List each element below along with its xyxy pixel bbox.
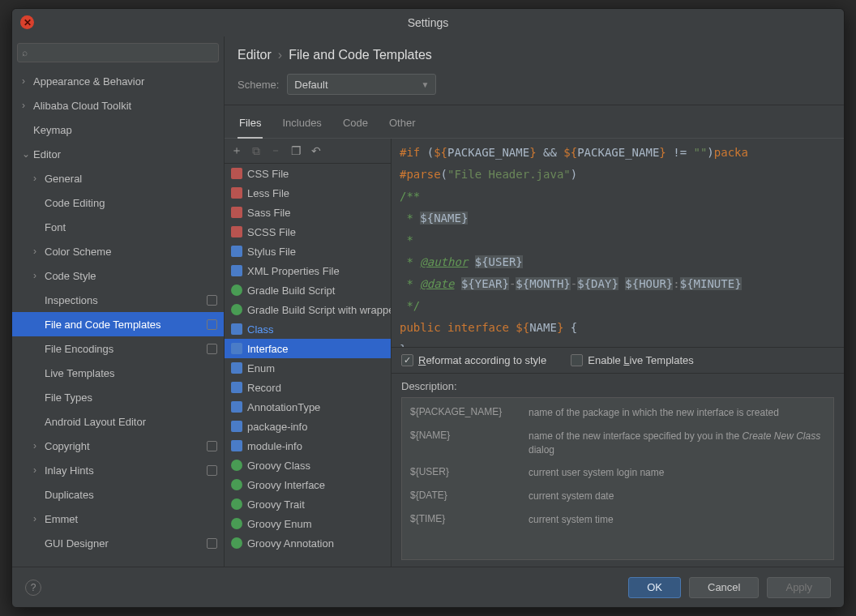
tab[interactable]: Code: [341, 112, 370, 138]
tab[interactable]: Files: [238, 112, 263, 139]
tree-item[interactable]: Live Templates: [12, 361, 224, 385]
tab[interactable]: Includes: [280, 112, 323, 138]
description-row: ${USER}current user system login name: [402, 461, 833, 485]
tree-item-label: File Types: [45, 391, 92, 404]
chevron-icon: ›: [33, 173, 45, 184]
scheme-select[interactable]: Default ▼: [287, 74, 436, 95]
close-icon[interactable]: ✕: [20, 15, 34, 29]
template-file-row[interactable]: Less File: [225, 183, 391, 203]
template-file-row[interactable]: Interface: [225, 339, 391, 358]
tree-item[interactable]: ›General: [12, 166, 224, 190]
copy-icon[interactable]: ❐: [291, 144, 302, 157]
file-type-icon: [231, 284, 242, 296]
tree-item[interactable]: File Encodings: [12, 336, 224, 361]
tree-item[interactable]: ›Copyright: [12, 434, 224, 458]
reformat-checkbox[interactable]: ✓ Reformat according to style: [401, 354, 546, 366]
template-file-row[interactable]: Groovy Class: [225, 456, 391, 475]
modified-badge-icon: [207, 344, 217, 354]
tree-item[interactable]: Font: [12, 215, 224, 239]
tree-item[interactable]: File Types: [12, 385, 224, 409]
tree-item[interactable]: ›Alibaba Cloud Toolkit: [12, 93, 224, 118]
template-file-row[interactable]: CSS File: [225, 164, 391, 183]
description-label: Description:: [392, 374, 844, 397]
file-type-icon: [231, 518, 242, 529]
template-file-row[interactable]: Record: [225, 378, 391, 397]
chevron-icon: ›: [33, 513, 45, 524]
tree-item[interactable]: Code Editing: [12, 190, 224, 215]
tree-item[interactable]: Android Layout Editor: [12, 409, 224, 434]
template-file-row[interactable]: AnnotationType: [225, 397, 391, 417]
tree-item[interactable]: Keymap: [12, 118, 224, 142]
tree-item-label: Inspections: [45, 294, 98, 306]
chevron-icon: ›: [22, 75, 33, 87]
tree-item[interactable]: Inspections: [12, 288, 224, 312]
apply-button[interactable]: Apply: [767, 577, 831, 598]
description-row: ${NAME}name of the new interface specifi…: [402, 425, 833, 462]
modified-badge-icon: [207, 295, 217, 306]
template-file-row[interactable]: Groovy Enum: [225, 514, 391, 533]
template-file-row[interactable]: SCSS File: [225, 222, 391, 242]
file-type-icon: [231, 479, 242, 490]
template-file-row[interactable]: module-info: [225, 436, 391, 456]
add-icon[interactable]: ＋: [231, 143, 242, 158]
tree-item-label: Appearance & Behavior: [33, 75, 144, 88]
duplicate-icon[interactable]: ⧉: [252, 144, 260, 158]
file-type-icon: [231, 187, 242, 199]
tree-item[interactable]: File and Code Templates: [12, 312, 224, 336]
template-file-row[interactable]: Groovy Interface: [225, 475, 391, 494]
enable-live-templates-checkbox[interactable]: Enable Live Templates: [571, 354, 694, 366]
tree-item[interactable]: ›Code Style: [12, 263, 224, 288]
file-type-icon: [231, 323, 242, 335]
tree-item[interactable]: ›Inlay Hints: [12, 458, 224, 482]
tree-item[interactable]: Duplicates: [12, 482, 224, 507]
window-title: Settings: [408, 16, 449, 29]
file-type-icon: [231, 304, 242, 315]
tree-item-label: Duplicates: [45, 489, 94, 501]
template-toolbar: ＋ ⧉ － ❐ ↶: [225, 139, 391, 164]
file-type-icon: [231, 401, 242, 413]
description-panel[interactable]: ${PACKAGE_NAME}name of the package in wh…: [401, 397, 834, 560]
template-file-row[interactable]: Gradle Build Script with wrapper: [225, 300, 391, 319]
cancel-button[interactable]: Cancel: [689, 577, 759, 598]
tree-item[interactable]: ›Appearance & Behavior: [12, 69, 224, 93]
ok-button[interactable]: OK: [628, 577, 681, 598]
file-type-icon: [231, 343, 242, 354]
tree-item[interactable]: ›Emmet: [12, 507, 224, 531]
chevron-icon: ⌄: [22, 148, 33, 160]
settings-tree[interactable]: ›Appearance & Behavior›Alibaba Cloud Too…: [12, 69, 224, 567]
description-row: ${TIME}current system time: [402, 508, 833, 532]
tree-item[interactable]: ›Color Scheme: [12, 239, 224, 263]
modified-badge-icon: [207, 441, 217, 451]
remove-icon[interactable]: －: [270, 143, 281, 158]
file-type-icon: [231, 265, 242, 276]
description-row: ${DATE}current system date: [402, 485, 833, 508]
tree-item-label: Editor: [33, 148, 61, 160]
file-type-icon: [231, 226, 242, 237]
tab[interactable]: Other: [387, 112, 417, 138]
template-file-row[interactable]: Enum: [225, 358, 391, 378]
file-type-icon: [231, 421, 242, 432]
template-file-row[interactable]: Sass File: [225, 203, 391, 222]
search-input[interactable]: [17, 43, 219, 62]
template-file-list[interactable]: CSS FileLess FileSass FileSCSS FileStylu…: [225, 164, 391, 567]
help-icon[interactable]: ?: [25, 580, 41, 596]
file-type-icon: [231, 382, 242, 393]
template-file-row[interactable]: Stylus File: [225, 242, 391, 261]
scheme-label: Scheme:: [238, 79, 279, 91]
template-file-row[interactable]: Class: [225, 319, 391, 339]
tree-item[interactable]: GUI Designer: [12, 531, 224, 555]
tree-item-label: Code Editing: [45, 197, 105, 209]
template-file-row[interactable]: XML Properties File: [225, 261, 391, 280]
file-type-icon: [231, 440, 242, 451]
template-code-editor[interactable]: #if (${PACKAGE_NAME} && ${PACKAGE_NAME} …: [392, 139, 844, 348]
tree-item[interactable]: ⌄Editor: [12, 142, 224, 166]
tree-item-label: General: [45, 173, 82, 185]
file-type-icon: [231, 460, 242, 471]
template-file-row[interactable]: package-info: [225, 417, 391, 436]
template-file-row[interactable]: Groovy Annotation: [225, 533, 391, 553]
template-file-row[interactable]: Groovy Trait: [225, 494, 391, 514]
template-file-row[interactable]: Gradle Build Script: [225, 280, 391, 300]
file-type-icon: [231, 168, 242, 179]
breadcrumb: Editor›File and Code Templates: [225, 36, 844, 71]
undo-icon[interactable]: ↶: [311, 144, 321, 157]
